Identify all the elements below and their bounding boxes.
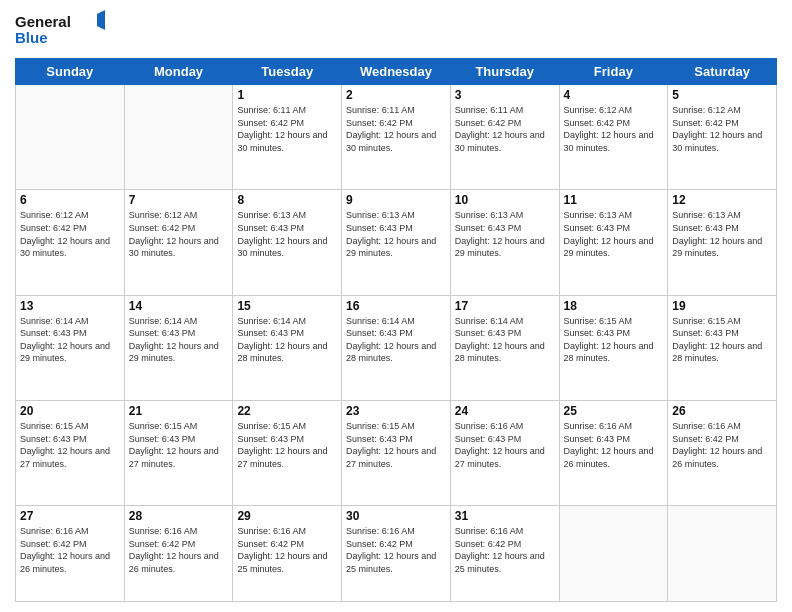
day-number: 15	[237, 299, 337, 313]
calendar-day-header: Saturday	[668, 59, 777, 85]
calendar-day-header: Thursday	[450, 59, 559, 85]
logo-svg: General Blue	[15, 10, 105, 50]
cell-info: Sunrise: 6:12 AM Sunset: 6:42 PM Dayligh…	[564, 104, 664, 154]
day-number: 3	[455, 88, 555, 102]
calendar-cell: 7Sunrise: 6:12 AM Sunset: 6:42 PM Daylig…	[124, 190, 233, 295]
calendar-cell: 22Sunrise: 6:15 AM Sunset: 6:43 PM Dayli…	[233, 400, 342, 505]
cell-info: Sunrise: 6:16 AM Sunset: 6:42 PM Dayligh…	[455, 525, 555, 575]
day-number: 26	[672, 404, 772, 418]
calendar-cell: 4Sunrise: 6:12 AM Sunset: 6:42 PM Daylig…	[559, 85, 668, 190]
calendar-table: SundayMondayTuesdayWednesdayThursdayFrid…	[15, 58, 777, 602]
calendar-cell: 29Sunrise: 6:16 AM Sunset: 6:42 PM Dayli…	[233, 506, 342, 602]
calendar-cell: 30Sunrise: 6:16 AM Sunset: 6:42 PM Dayli…	[342, 506, 451, 602]
day-number: 2	[346, 88, 446, 102]
day-number: 21	[129, 404, 229, 418]
calendar-cell: 21Sunrise: 6:15 AM Sunset: 6:43 PM Dayli…	[124, 400, 233, 505]
calendar-cell: 28Sunrise: 6:16 AM Sunset: 6:42 PM Dayli…	[124, 506, 233, 602]
day-number: 20	[20, 404, 120, 418]
day-number: 29	[237, 509, 337, 523]
calendar-cell: 27Sunrise: 6:16 AM Sunset: 6:42 PM Dayli…	[16, 506, 125, 602]
day-number: 23	[346, 404, 446, 418]
calendar-cell: 3Sunrise: 6:11 AM Sunset: 6:42 PM Daylig…	[450, 85, 559, 190]
day-number: 24	[455, 404, 555, 418]
calendar-week-row: 13Sunrise: 6:14 AM Sunset: 6:43 PM Dayli…	[16, 295, 777, 400]
calendar-cell: 10Sunrise: 6:13 AM Sunset: 6:43 PM Dayli…	[450, 190, 559, 295]
cell-info: Sunrise: 6:14 AM Sunset: 6:43 PM Dayligh…	[129, 315, 229, 365]
cell-info: Sunrise: 6:15 AM Sunset: 6:43 PM Dayligh…	[20, 420, 120, 470]
calendar-week-row: 1Sunrise: 6:11 AM Sunset: 6:42 PM Daylig…	[16, 85, 777, 190]
calendar-cell: 15Sunrise: 6:14 AM Sunset: 6:43 PM Dayli…	[233, 295, 342, 400]
calendar-cell: 24Sunrise: 6:16 AM Sunset: 6:43 PM Dayli…	[450, 400, 559, 505]
cell-info: Sunrise: 6:14 AM Sunset: 6:43 PM Dayligh…	[20, 315, 120, 365]
day-number: 28	[129, 509, 229, 523]
calendar-cell: 23Sunrise: 6:15 AM Sunset: 6:43 PM Dayli…	[342, 400, 451, 505]
cell-info: Sunrise: 6:16 AM Sunset: 6:42 PM Dayligh…	[20, 525, 120, 575]
day-number: 16	[346, 299, 446, 313]
day-number: 4	[564, 88, 664, 102]
calendar-cell: 9Sunrise: 6:13 AM Sunset: 6:43 PM Daylig…	[342, 190, 451, 295]
calendar-cell: 31Sunrise: 6:16 AM Sunset: 6:42 PM Dayli…	[450, 506, 559, 602]
cell-info: Sunrise: 6:15 AM Sunset: 6:43 PM Dayligh…	[564, 315, 664, 365]
calendar-week-row: 20Sunrise: 6:15 AM Sunset: 6:43 PM Dayli…	[16, 400, 777, 505]
calendar-cell: 2Sunrise: 6:11 AM Sunset: 6:42 PM Daylig…	[342, 85, 451, 190]
cell-info: Sunrise: 6:15 AM Sunset: 6:43 PM Dayligh…	[237, 420, 337, 470]
cell-info: Sunrise: 6:15 AM Sunset: 6:43 PM Dayligh…	[672, 315, 772, 365]
svg-text:General: General	[15, 13, 71, 30]
cell-info: Sunrise: 6:13 AM Sunset: 6:43 PM Dayligh…	[237, 209, 337, 259]
calendar-cell: 19Sunrise: 6:15 AM Sunset: 6:43 PM Dayli…	[668, 295, 777, 400]
calendar-day-header: Friday	[559, 59, 668, 85]
day-number: 18	[564, 299, 664, 313]
calendar-cell	[668, 506, 777, 602]
cell-info: Sunrise: 6:16 AM Sunset: 6:42 PM Dayligh…	[129, 525, 229, 575]
day-number: 19	[672, 299, 772, 313]
day-number: 27	[20, 509, 120, 523]
calendar-cell: 18Sunrise: 6:15 AM Sunset: 6:43 PM Dayli…	[559, 295, 668, 400]
day-number: 8	[237, 193, 337, 207]
cell-info: Sunrise: 6:11 AM Sunset: 6:42 PM Dayligh…	[455, 104, 555, 154]
cell-info: Sunrise: 6:11 AM Sunset: 6:42 PM Dayligh…	[346, 104, 446, 154]
cell-info: Sunrise: 6:16 AM Sunset: 6:42 PM Dayligh…	[672, 420, 772, 470]
page: General Blue SundayMondayTuesdayWednesda…	[0, 0, 792, 612]
calendar-cell: 16Sunrise: 6:14 AM Sunset: 6:43 PM Dayli…	[342, 295, 451, 400]
calendar-week-row: 6Sunrise: 6:12 AM Sunset: 6:42 PM Daylig…	[16, 190, 777, 295]
calendar-day-header: Tuesday	[233, 59, 342, 85]
day-number: 13	[20, 299, 120, 313]
calendar-cell: 12Sunrise: 6:13 AM Sunset: 6:43 PM Dayli…	[668, 190, 777, 295]
calendar-cell	[16, 85, 125, 190]
header: General Blue	[15, 10, 777, 50]
cell-info: Sunrise: 6:13 AM Sunset: 6:43 PM Dayligh…	[455, 209, 555, 259]
cell-info: Sunrise: 6:11 AM Sunset: 6:42 PM Dayligh…	[237, 104, 337, 154]
calendar-header-row: SundayMondayTuesdayWednesdayThursdayFrid…	[16, 59, 777, 85]
day-number: 30	[346, 509, 446, 523]
cell-info: Sunrise: 6:16 AM Sunset: 6:43 PM Dayligh…	[564, 420, 664, 470]
cell-info: Sunrise: 6:14 AM Sunset: 6:43 PM Dayligh…	[346, 315, 446, 365]
calendar-cell: 1Sunrise: 6:11 AM Sunset: 6:42 PM Daylig…	[233, 85, 342, 190]
cell-info: Sunrise: 6:15 AM Sunset: 6:43 PM Dayligh…	[346, 420, 446, 470]
day-number: 10	[455, 193, 555, 207]
calendar-cell: 13Sunrise: 6:14 AM Sunset: 6:43 PM Dayli…	[16, 295, 125, 400]
cell-info: Sunrise: 6:12 AM Sunset: 6:42 PM Dayligh…	[129, 209, 229, 259]
svg-marker-2	[97, 10, 105, 30]
day-number: 5	[672, 88, 772, 102]
cell-info: Sunrise: 6:13 AM Sunset: 6:43 PM Dayligh…	[672, 209, 772, 259]
calendar-cell	[559, 506, 668, 602]
day-number: 12	[672, 193, 772, 207]
cell-info: Sunrise: 6:15 AM Sunset: 6:43 PM Dayligh…	[129, 420, 229, 470]
calendar-cell: 14Sunrise: 6:14 AM Sunset: 6:43 PM Dayli…	[124, 295, 233, 400]
calendar-cell: 11Sunrise: 6:13 AM Sunset: 6:43 PM Dayli…	[559, 190, 668, 295]
calendar-cell: 25Sunrise: 6:16 AM Sunset: 6:43 PM Dayli…	[559, 400, 668, 505]
calendar-day-header: Monday	[124, 59, 233, 85]
day-number: 7	[129, 193, 229, 207]
calendar-cell: 20Sunrise: 6:15 AM Sunset: 6:43 PM Dayli…	[16, 400, 125, 505]
cell-info: Sunrise: 6:16 AM Sunset: 6:43 PM Dayligh…	[455, 420, 555, 470]
cell-info: Sunrise: 6:16 AM Sunset: 6:42 PM Dayligh…	[237, 525, 337, 575]
calendar-day-header: Wednesday	[342, 59, 451, 85]
calendar-cell: 5Sunrise: 6:12 AM Sunset: 6:42 PM Daylig…	[668, 85, 777, 190]
calendar-day-header: Sunday	[16, 59, 125, 85]
calendar-cell	[124, 85, 233, 190]
cell-info: Sunrise: 6:12 AM Sunset: 6:42 PM Dayligh…	[20, 209, 120, 259]
calendar-cell: 6Sunrise: 6:12 AM Sunset: 6:42 PM Daylig…	[16, 190, 125, 295]
calendar-week-row: 27Sunrise: 6:16 AM Sunset: 6:42 PM Dayli…	[16, 506, 777, 602]
day-number: 11	[564, 193, 664, 207]
calendar-cell: 26Sunrise: 6:16 AM Sunset: 6:42 PM Dayli…	[668, 400, 777, 505]
